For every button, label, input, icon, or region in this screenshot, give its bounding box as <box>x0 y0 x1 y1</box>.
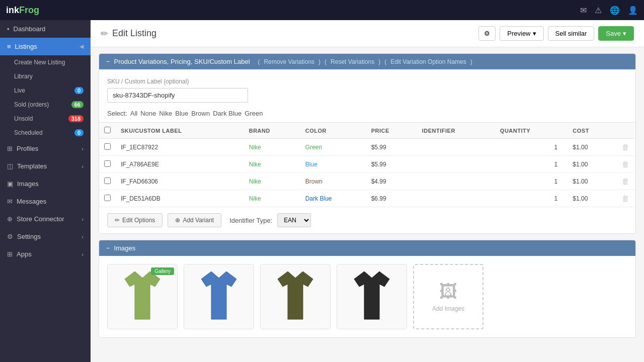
variations-section: − Product Variations, Pricing, SKU/Custo… <box>99 53 636 234</box>
add-variant-button[interactable]: ⊕ Add Variant <box>168 213 221 227</box>
sku-area: SKU / Custom Label (optional) <box>99 69 635 107</box>
sidebar-item-sold[interactable]: Sold (orders) 66 <box>0 98 91 112</box>
cell-quantity: 1 <box>495 190 568 207</box>
select-brown-link[interactable]: Brown <box>191 110 210 117</box>
sidebar-item-library[interactable]: Library <box>0 69 91 83</box>
unsold-badge: 318 <box>68 115 84 122</box>
sidebar-item-templates[interactable]: ◫ Templates › <box>0 157 91 175</box>
col-brand: BRAND <box>244 123 300 139</box>
cell-price: $5.99 <box>366 156 417 173</box>
sell-similar-label: Sell similar <box>555 30 587 37</box>
cell-brand: Nike <box>244 139 300 156</box>
sell-similar-button[interactable]: Sell similar <box>548 26 595 41</box>
identifier-type-select[interactable]: EAN UPC ISBN MPN <box>277 213 311 227</box>
sku-input[interactable] <box>107 88 248 103</box>
image-thumb-3[interactable] <box>260 264 331 329</box>
chevron-icon: › <box>82 234 84 240</box>
cell-cost: $1.00 <box>568 190 615 207</box>
cell-color: Blue <box>300 156 366 173</box>
select-all-link[interactable]: All <box>130 110 137 117</box>
alert-icon[interactable]: ⚠ <box>595 6 602 15</box>
select-none-link[interactable]: None <box>140 110 156 117</box>
cell-color: Dark Blue <box>300 190 366 207</box>
sidebar-item-label: Settings <box>17 233 41 240</box>
image-thumb-2[interactable] <box>184 264 254 329</box>
select-blue-link[interactable]: Blue <box>175 110 188 117</box>
image-thumb-1[interactable]: Gallery <box>107 264 178 329</box>
delete-row-button[interactable]: 🗑 <box>622 143 629 151</box>
identifier-type-label: Identifier Type: <box>229 217 272 224</box>
edit-options-button[interactable]: ✏ Edit Options <box>107 213 163 227</box>
table-row: IF_FAD66306 Nike Brown $4.99 1 $1.00 🗑 <box>99 173 635 190</box>
sidebar: ▪ Dashboard ≡ Listings ◀ Create New List… <box>0 20 91 362</box>
images-section-header: − Images <box>99 240 635 256</box>
gallery-badge: Gallery <box>151 267 174 275</box>
sidebar-item-dashboard[interactable]: ▪ Dashboard <box>0 20 91 38</box>
sku-optional: (optional) <box>164 78 189 85</box>
mail-icon[interactable]: ✉ <box>580 6 587 15</box>
listings-icon: ≡ <box>7 43 11 50</box>
add-variant-label: Add Variant <box>183 217 214 224</box>
cell-identifier <box>417 190 495 207</box>
header-actions: ⚙ Preview ▾ Sell similar Save ▾ <box>478 26 634 41</box>
save-dropdown-icon: ▾ <box>623 30 626 37</box>
sidebar-item-label: Store Connector <box>17 215 64 223</box>
row-checkbox[interactable] <box>104 143 111 150</box>
sidebar-item-settings[interactable]: ⚙ Settings › <box>0 228 91 245</box>
main-content: ✏ Edit Listing ⚙ Preview ▾ Sell similar … <box>91 20 644 362</box>
sidebar-item-profiles[interactable]: ⊞ Profiles › <box>0 140 91 157</box>
select-all-checkbox[interactable] <box>104 127 111 133</box>
cell-identifier <box>417 139 495 156</box>
sidebar-item-create-listing[interactable]: Create New Listing <box>0 55 91 69</box>
sidebar-item-unsold[interactable]: Unsold 318 <box>0 112 91 126</box>
select-nike-link[interactable]: Nike <box>159 110 172 117</box>
sidebar-item-label: Dashboard <box>14 25 46 33</box>
sidebar-item-label: Apps <box>17 250 32 258</box>
sidebar-item-messages[interactable]: ✉ Messages <box>0 193 91 210</box>
add-image-icon: 🖼 <box>439 281 457 302</box>
row-checkbox[interactable] <box>104 177 111 184</box>
sidebar-item-images[interactable]: ▣ Images <box>0 175 91 193</box>
sidebar-item-apps[interactable]: ⊞ Apps › <box>0 245 91 263</box>
cell-quantity: 1 <box>495 156 568 173</box>
globe-icon[interactable]: 🌐 <box>610 6 620 15</box>
reset-variations-link[interactable]: Reset Variations <box>331 58 374 65</box>
sidebar-item-label: Profiles <box>17 145 38 152</box>
svg-marker-2 <box>278 272 313 319</box>
sidebar-item-label: Images <box>17 180 39 188</box>
delete-row-button[interactable]: 🗑 <box>622 160 629 168</box>
cell-sku: IF_1EC87922 <box>116 139 244 156</box>
preview-button[interactable]: Preview ▾ <box>500 26 543 41</box>
sidebar-item-live[interactable]: Live 0 <box>0 83 91 98</box>
live-badge: 0 <box>74 87 84 94</box>
sidebar-item-listings[interactable]: ≡ Listings ◀ <box>0 38 91 55</box>
select-darkblue-link[interactable]: Dark Blue <box>213 110 242 117</box>
save-label: Save <box>606 30 621 37</box>
delete-row-button[interactable]: 🗑 <box>622 194 629 203</box>
gear-button[interactable]: ⚙ <box>478 26 496 41</box>
variations-header-links: (Remove Variations) (Reset Variations) (… <box>258 58 472 65</box>
variants-table: SKU/CUSTOM LABEL BRAND COLOR PRICE IDENT… <box>99 122 635 207</box>
sidebar-item-scheduled[interactable]: Scheduled 0 <box>0 126 91 140</box>
row-checkbox[interactable] <box>104 195 111 201</box>
sidebar-item-label: Templates <box>17 162 47 170</box>
cell-sku: IF_A786AE9E <box>116 156 244 173</box>
save-button[interactable]: Save ▾ <box>598 26 634 41</box>
cell-identifier <box>417 173 495 190</box>
cell-color: Green <box>300 139 366 156</box>
add-images-box[interactable]: 🖼 Add Images <box>413 264 484 329</box>
sidebar-item-store-connector[interactable]: ⊕ Store Connector › <box>0 210 91 228</box>
cell-price: $6.99 <box>366 190 417 207</box>
messages-icon: ✉ <box>7 198 13 205</box>
edit-pencil-icon: ✏ <box>115 217 120 224</box>
remove-variations-link[interactable]: Remove Variations <box>264 58 315 65</box>
images-section: − Images Gallery <box>99 240 636 338</box>
edit-variation-option-names-link[interactable]: Edit Variation Option Names <box>390 58 466 65</box>
chevron-icon: ◀ <box>79 43 84 50</box>
delete-row-button[interactable]: 🗑 <box>622 177 629 186</box>
page-header: ✏ Edit Listing ⚙ Preview ▾ Sell similar … <box>91 20 644 47</box>
user-icon[interactable]: 👤 <box>628 6 638 15</box>
row-checkbox[interactable] <box>104 160 111 167</box>
image-thumb-4[interactable] <box>337 264 407 329</box>
select-green-link[interactable]: Green <box>245 110 263 117</box>
